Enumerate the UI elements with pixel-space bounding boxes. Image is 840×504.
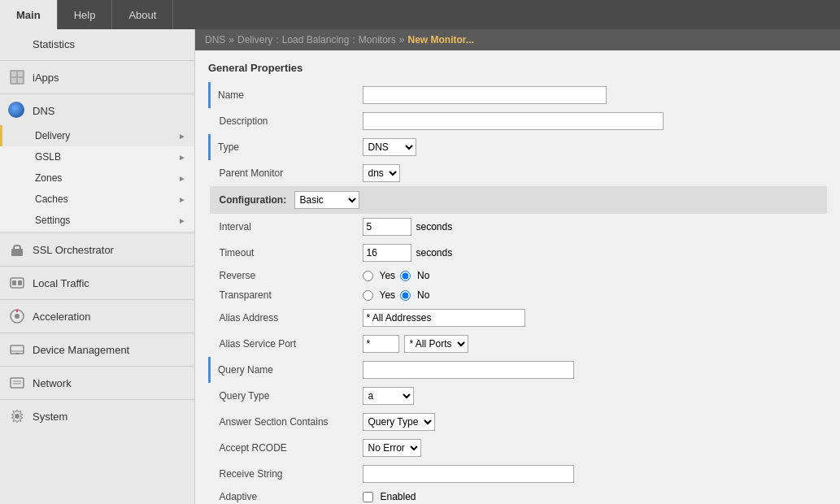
svg-point-10 xyxy=(15,314,20,319)
local-traffic-icon xyxy=(8,274,26,292)
sidebar-item-settings[interactable]: Settings ► xyxy=(0,210,194,231)
top-nav: Main Help About xyxy=(0,0,840,29)
sidebar-item-delivery[interactable]: Delivery ► xyxy=(0,125,194,146)
input-timeout[interactable] xyxy=(363,244,411,262)
input-receive-string[interactable] xyxy=(363,465,574,483)
acceleration-icon xyxy=(8,307,26,325)
sidebar-item-acceleration[interactable]: Acceleration xyxy=(0,302,194,331)
radio-transparent-yes[interactable] xyxy=(363,290,373,301)
sidebar-item-network[interactable]: Network xyxy=(0,368,194,398)
breadcrumb-delivery[interactable]: Delivery xyxy=(237,34,272,46)
label-description: Description xyxy=(210,108,356,134)
label-name: Name xyxy=(210,82,356,108)
select-answer-section[interactable]: Query Type Any None xyxy=(363,413,435,431)
sidebar-item-caches[interactable]: Caches ► xyxy=(0,189,194,210)
input-name[interactable] xyxy=(363,86,607,104)
row-name: Name xyxy=(210,82,828,108)
radio-reverse-no[interactable] xyxy=(400,271,411,281)
sidebar-item-device-management[interactable]: Device Management xyxy=(0,335,194,364)
select-accept-rcode[interactable]: No Error Any xyxy=(363,439,421,457)
svg-rect-8 xyxy=(18,280,22,285)
dns-header[interactable]: DNS xyxy=(0,96,194,125)
row-reverse: Reverse Yes No xyxy=(210,266,828,285)
svg-rect-15 xyxy=(11,378,24,388)
row-receive-string: Receive String xyxy=(210,461,828,487)
select-parent-monitor[interactable]: dns xyxy=(363,164,400,182)
adaptive-suffix: Enabled xyxy=(381,491,416,502)
input-alias-port-value[interactable] xyxy=(363,335,399,353)
gslb-arrow: ► xyxy=(178,153,186,162)
sidebar-label-ssl: SSL Orchestrator xyxy=(33,244,114,256)
timeout-row: seconds xyxy=(363,244,821,262)
sidebar-item-ssl[interactable]: SSL Orchestrator xyxy=(0,235,194,264)
divider-4 xyxy=(0,266,194,267)
label-parent-monitor: Parent Monitor xyxy=(210,160,356,186)
sidebar-item-system[interactable]: System xyxy=(0,402,194,431)
sidebar-item-zones[interactable]: Zones ► xyxy=(0,167,194,189)
svg-rect-14 xyxy=(15,353,19,354)
input-description[interactable] xyxy=(363,112,664,130)
config-label: Configuration: xyxy=(220,194,287,206)
sidebar-item-local-traffic[interactable]: Local Traffic xyxy=(0,268,194,298)
input-alias-address[interactable] xyxy=(363,309,525,327)
radio-transparent-no[interactable] xyxy=(400,290,411,301)
label-type: Type xyxy=(210,134,356,160)
breadcrumb: DNS » Delivery : Load Balancing : Monito… xyxy=(195,29,840,50)
breadcrumb-monitors[interactable]: Monitors xyxy=(359,34,396,46)
row-alias-address: Alias Address xyxy=(210,305,828,331)
row-query-type: Query Type a aaaa any cname mx ns soa tx… xyxy=(210,383,828,409)
breadcrumb-lb[interactable]: Load Balancing xyxy=(282,34,350,46)
row-query-name: Query Name xyxy=(210,357,828,383)
transparent-options: Yes No xyxy=(363,289,821,301)
sidebar: Statistics iApps DNS Delivery xyxy=(0,29,195,504)
row-alias-service-port: Alias Service Port * All Ports 80 443 xyxy=(210,331,828,357)
divider-6 xyxy=(0,332,194,333)
adaptive-row: Enabled xyxy=(363,491,821,502)
tab-main[interactable]: Main xyxy=(0,0,58,29)
label-timeout: Timeout xyxy=(210,240,356,266)
divider-3 xyxy=(0,232,194,233)
ssl-icon xyxy=(8,241,26,259)
radio-reverse-yes[interactable] xyxy=(363,271,373,281)
settings-arrow: ► xyxy=(178,216,186,225)
sidebar-item-iapps[interactable]: iApps xyxy=(0,63,194,92)
breadcrumb-current: New Monitor... xyxy=(408,34,474,46)
device-management-icon xyxy=(8,341,26,358)
svg-rect-12 xyxy=(11,345,24,354)
input-query-name[interactable] xyxy=(363,361,574,379)
interval-suffix: seconds xyxy=(416,221,453,232)
sidebar-label-network: Network xyxy=(33,377,72,389)
alias-port-row: * All Ports 80 443 xyxy=(363,335,821,353)
sidebar-label-statistics: Statistics xyxy=(33,38,75,50)
tab-about[interactable]: About xyxy=(112,0,173,29)
label-alias-service-port: Alias Service Port xyxy=(210,331,356,357)
sidebar-item-statistics[interactable]: Statistics xyxy=(0,29,194,59)
select-config-mode[interactable]: Basic Advanced xyxy=(294,191,359,209)
select-alias-port[interactable]: * All Ports 80 443 xyxy=(404,335,468,353)
dns-icon xyxy=(8,102,26,119)
input-interval[interactable] xyxy=(363,218,411,236)
label-query-type: Query Type xyxy=(210,383,356,409)
delivery-arrow: ► xyxy=(178,132,186,141)
divider-1 xyxy=(0,60,194,61)
checkbox-adaptive[interactable] xyxy=(363,492,373,502)
select-type[interactable]: DNS HTTP HTTPS TCP xyxy=(363,138,416,156)
interval-row: seconds xyxy=(363,218,821,236)
stats-icon xyxy=(8,35,26,53)
label-receive-string: Receive String xyxy=(210,461,356,487)
network-icon xyxy=(8,374,26,392)
row-description: Description xyxy=(210,108,828,134)
select-query-type[interactable]: a aaaa any cname mx ns soa txt xyxy=(363,387,414,405)
svg-rect-7 xyxy=(12,280,16,285)
content-area: DNS » Delivery : Load Balancing : Monito… xyxy=(195,29,840,504)
sidebar-item-gslb[interactable]: GSLB ► xyxy=(0,146,194,167)
label-alias-address: Alias Address xyxy=(210,305,356,331)
divider-7 xyxy=(0,366,194,367)
timeout-suffix: seconds xyxy=(416,247,453,259)
reverse-options: Yes No xyxy=(363,270,821,281)
breadcrumb-dns[interactable]: DNS xyxy=(205,34,225,46)
system-icon xyxy=(8,407,26,425)
row-configuration: Configuration: Basic Advanced xyxy=(210,186,828,214)
tab-help[interactable]: Help xyxy=(58,0,113,29)
row-interval: Interval seconds xyxy=(210,214,828,240)
